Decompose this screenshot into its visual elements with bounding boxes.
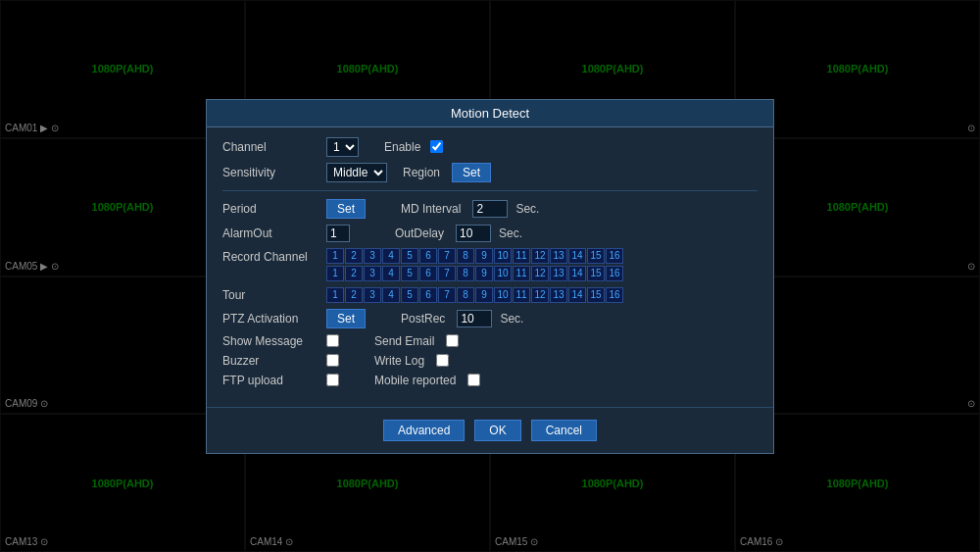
tour-ch-1[interactable]: 1	[326, 287, 344, 303]
ch-box-13[interactable]: 13	[550, 248, 567, 264]
mobile-reported-checkbox[interactable]	[467, 374, 480, 386]
ch-box-r2-10[interactable]: 10	[494, 266, 512, 281]
sec2-label: Sec.	[499, 226, 522, 240]
ch-box-r2-6[interactable]: 6	[419, 266, 437, 281]
ch-box-r2-16[interactable]: 16	[606, 266, 623, 281]
ch-box-r2-13[interactable]: 13	[550, 266, 567, 281]
enable-label: Enable	[384, 140, 420, 154]
separator1	[222, 190, 758, 191]
ch-box-r2-5[interactable]: 5	[401, 266, 418, 281]
ok-button[interactable]: OK	[474, 420, 520, 441]
ch-box-2[interactable]: 2	[345, 248, 363, 264]
channel-select[interactable]: 1	[326, 137, 359, 157]
enable-checkbox[interactable]	[430, 140, 443, 153]
ch-box-r2-15[interactable]: 15	[587, 266, 605, 281]
ptz-set-button[interactable]: Set	[326, 309, 366, 328]
ch-box-r2-14[interactable]: 14	[568, 266, 586, 281]
advanced-button[interactable]: Advanced	[383, 420, 465, 441]
ch-box-16[interactable]: 16	[606, 248, 623, 264]
record-channel-boxes-row1: 1 2 3 4 5 6 7 8 9 10 11 12 13 14	[326, 248, 623, 264]
write-log-label: Write Log	[374, 354, 424, 368]
sensitivity-select[interactable]: Low Middle High	[326, 163, 387, 182]
write-log-checkbox[interactable]	[436, 354, 449, 367]
ch-box-6[interactable]: 6	[419, 248, 437, 264]
alarmout-row: AlarmOut OutDelay Sec.	[222, 225, 758, 242]
show-message-label: Show Message	[222, 334, 320, 348]
ftp-upload-checkbox[interactable]	[326, 374, 339, 386]
tour-ch-10[interactable]: 10	[494, 287, 512, 303]
ch-box-4[interactable]: 4	[382, 248, 400, 264]
tour-ch-7[interactable]: 7	[438, 287, 456, 303]
ch-box-r2-3[interactable]: 3	[364, 266, 381, 281]
period-label: Period	[222, 202, 320, 216]
outdelay-input[interactable]	[456, 225, 491, 242]
sec3-label: Sec.	[500, 312, 523, 326]
modal-body: Channel 1 Enable Sensitivity Low Middle …	[207, 127, 773, 403]
ch-box-14[interactable]: 14	[568, 248, 586, 264]
postrec-label: PostRec	[401, 312, 445, 326]
show-message-checkbox[interactable]	[326, 334, 339, 347]
outdelay-label: OutDelay	[395, 226, 444, 240]
channel-row: Channel 1 Enable	[222, 137, 758, 157]
region-label: Region	[403, 166, 440, 179]
ch-box-10[interactable]: 10	[494, 248, 512, 264]
tour-ch-15[interactable]: 15	[587, 287, 605, 303]
buzzer-label: Buzzer	[222, 354, 320, 368]
ch-box-15[interactable]: 15	[587, 248, 605, 264]
md-interval-label: MD Interval	[401, 202, 461, 216]
tour-channel-boxes: 1 2 3 4 5 6 7 8 9 10 11 12 13 14 15 16	[326, 287, 623, 303]
postrec-input[interactable]	[457, 310, 492, 327]
tour-ch-13[interactable]: 13	[550, 287, 567, 303]
record-channel-row: Record Channel 1 2 3 4 5 6 7 8 9 10 11	[222, 248, 758, 281]
alarmout-label: AlarmOut	[222, 226, 320, 240]
cancel-button[interactable]: Cancel	[531, 420, 597, 441]
ch-box-12[interactable]: 12	[531, 248, 549, 264]
alarmout-input[interactable]	[326, 225, 350, 242]
ch-box-1[interactable]: 1	[326, 248, 344, 264]
ch-box-r2-8[interactable]: 8	[457, 266, 474, 281]
tour-label: Tour	[222, 288, 320, 302]
send-email-checkbox[interactable]	[446, 334, 459, 347]
tour-ch-3[interactable]: 3	[364, 287, 381, 303]
channel-label: Channel	[222, 140, 320, 154]
tour-ch-14[interactable]: 14	[568, 287, 586, 303]
tour-ch-5[interactable]: 5	[401, 287, 418, 303]
ch-box-3[interactable]: 3	[364, 248, 381, 264]
record-channel-boxes-row2: 1 2 3 4 5 6 7 8 9 10 11 12 13 14	[326, 266, 623, 281]
tour-ch-4[interactable]: 4	[382, 287, 400, 303]
period-row: Period Set MD Interval Sec.	[222, 199, 758, 219]
tour-ch-9[interactable]: 9	[475, 287, 493, 303]
ch-box-r2-2[interactable]: 2	[345, 266, 363, 281]
record-channel-label: Record Channel	[222, 248, 320, 264]
modal-footer: Advanced OK Cancel	[207, 407, 773, 453]
sensitivity-row: Sensitivity Low Middle High Region Set	[222, 163, 758, 182]
tour-ch-8[interactable]: 8	[457, 287, 474, 303]
ch-box-r2-7[interactable]: 7	[438, 266, 456, 281]
ch-box-11[interactable]: 11	[513, 248, 530, 264]
tour-ch-12[interactable]: 12	[531, 287, 549, 303]
md-interval-input[interactable]	[472, 200, 508, 218]
ch-box-r2-9[interactable]: 9	[475, 266, 493, 281]
ch-box-r2-4[interactable]: 4	[382, 266, 400, 281]
ch-box-9[interactable]: 9	[475, 248, 493, 264]
ch-box-r2-12[interactable]: 12	[531, 266, 549, 281]
ch-box-r2-1[interactable]: 1	[326, 266, 344, 281]
ch-box-7[interactable]: 7	[438, 248, 456, 264]
sec1-label: Sec.	[515, 202, 539, 216]
show-message-row: Show Message Send Email	[222, 334, 758, 348]
tour-ch-11[interactable]: 11	[513, 287, 530, 303]
buzzer-row: Buzzer Write Log	[222, 354, 758, 368]
ch-box-5[interactable]: 5	[401, 248, 418, 264]
tour-ch-6[interactable]: 6	[419, 287, 437, 303]
region-set-button[interactable]: Set	[452, 163, 491, 182]
ch-box-8[interactable]: 8	[457, 248, 474, 264]
period-set-button[interactable]: Set	[326, 199, 366, 219]
buzzer-checkbox[interactable]	[326, 354, 339, 367]
tour-ch-2[interactable]: 2	[345, 287, 363, 303]
tour-ch-16[interactable]: 16	[606, 287, 623, 303]
mobile-reported-label: Mobile reported	[374, 374, 456, 387]
modal-title: Motion Detect	[207, 100, 773, 127]
motion-detect-dialog: Motion Detect Channel 1 Enable Sensitivi…	[206, 99, 774, 454]
ch-box-r2-11[interactable]: 11	[513, 266, 530, 281]
ptz-row: PTZ Activation Set PostRec Sec.	[222, 309, 758, 328]
